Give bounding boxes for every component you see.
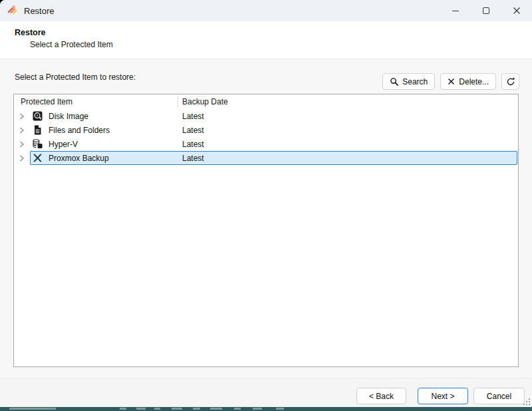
row-label: Proxmox Backup xyxy=(49,154,109,163)
minimize-icon xyxy=(452,11,459,11)
row-backup-date: Latest xyxy=(182,154,204,163)
restore-dialog: Restore Restore Select a Protected Item … xyxy=(0,0,532,407)
delete-button[interactable]: Delete... xyxy=(440,73,496,90)
toolbar: Search Delete... xyxy=(382,73,519,90)
table-row-proxmox-backup[interactable]: Proxmox Backup Latest xyxy=(14,151,518,165)
search-button[interactable]: Search xyxy=(382,73,435,90)
column-header-protected-item[interactable]: Protected Item xyxy=(21,97,72,106)
maximize-button[interactable] xyxy=(471,0,501,21)
column-divider[interactable] xyxy=(178,96,178,108)
expand-chevron-icon[interactable] xyxy=(19,155,25,162)
proxmox-icon xyxy=(33,153,43,163)
refresh-icon xyxy=(506,77,515,86)
search-button-label: Search xyxy=(402,77,428,86)
close-icon xyxy=(513,7,521,15)
delete-button-label: Delete... xyxy=(459,77,489,86)
window-title: Restore xyxy=(24,6,55,16)
hyper-v-icon xyxy=(33,139,43,149)
expand-chevron-icon[interactable] xyxy=(19,113,25,120)
row-backup-date: Latest xyxy=(182,140,204,149)
row-label: Disk Image xyxy=(49,112,88,121)
delete-x-icon xyxy=(448,78,455,85)
table-row-files-and-folders[interactable]: Files and Folders Latest xyxy=(14,123,518,137)
files-and-folders-icon xyxy=(33,125,43,135)
titlebar: Restore xyxy=(0,0,532,21)
wizard-step-subtitle: Select a Protected Item xyxy=(30,40,113,49)
comet-logo-icon xyxy=(6,4,19,17)
column-header-backup-date[interactable]: Backup Date xyxy=(182,97,228,106)
next-button[interactable]: Next > xyxy=(418,388,468,404)
row-label: Hyper-V xyxy=(49,140,78,149)
footer: < Back Next > Cancel xyxy=(0,378,532,407)
cancel-button[interactable]: Cancel xyxy=(473,388,525,404)
wizard-step-title: Restore xyxy=(15,28,46,37)
row-label: Files and Folders xyxy=(49,126,110,135)
back-button[interactable]: < Back xyxy=(356,388,406,404)
expand-chevron-icon[interactable] xyxy=(19,141,25,148)
protected-items-table: Protected Item Backup Date Disk Image La… xyxy=(13,94,519,367)
table-header: Protected Item Backup Date xyxy=(14,94,518,109)
row-backup-date: Latest xyxy=(182,112,204,121)
disk-image-icon xyxy=(33,111,43,121)
search-icon xyxy=(390,77,398,86)
background-window-strip xyxy=(0,407,532,411)
table-row-hyper-v[interactable]: Hyper-V Latest xyxy=(14,137,518,151)
window-controls xyxy=(440,0,532,21)
resize-grip[interactable] xyxy=(522,397,530,405)
expand-chevron-icon[interactable] xyxy=(19,127,25,134)
wizard-header: Restore Select a Protected Item xyxy=(0,21,532,59)
minimize-button[interactable] xyxy=(440,0,471,21)
prompt-label: Select a Protected Item to restore: xyxy=(15,72,136,82)
maximize-icon xyxy=(483,7,489,14)
table-row-disk-image[interactable]: Disk Image Latest xyxy=(14,109,518,123)
row-backup-date: Latest xyxy=(182,126,204,135)
refresh-button[interactable] xyxy=(501,73,519,90)
close-button[interactable] xyxy=(501,0,532,21)
